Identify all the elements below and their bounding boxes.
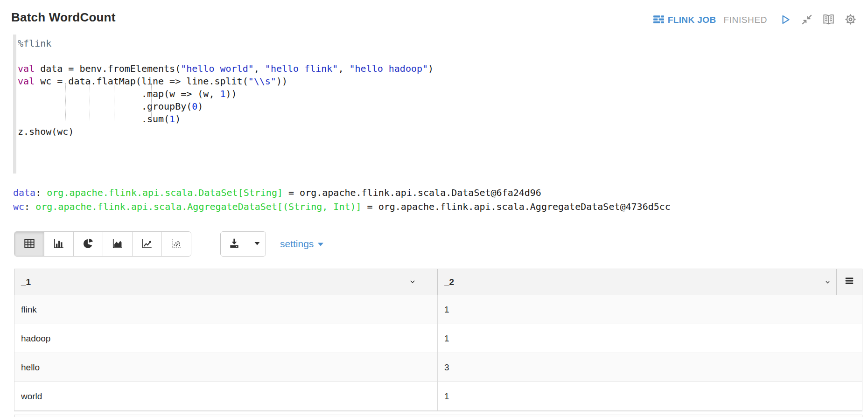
gear-icon [844,13,857,27]
table-cell: 3 [437,353,862,382]
table-cell: 1 [437,382,862,410]
viz-button-line-chart[interactable] [132,232,161,256]
flink-job-link[interactable]: FLINK JOB [653,14,716,27]
table-cell: hello [14,353,437,382]
code-block[interactable]: %flink val data = benv.fromElements("hel… [18,34,859,138]
indent-guide [151,83,152,120]
code-line: .sum(1) [18,113,859,125]
paragraph-settings-button[interactable] [843,13,858,27]
column-header-1[interactable]: _1 [14,269,437,295]
viz-button-table[interactable] [14,232,44,256]
repl-output-line: wc: org.apache.flink.api.scala.Aggregate… [13,200,859,214]
caret-down-icon [254,241,260,248]
table-cell: 1 [437,295,862,324]
indent-guide [114,83,114,120]
code-line: z.show(wc) [18,125,859,138]
column-header-label: _1 [21,277,31,287]
caret-down-icon [317,238,324,250]
table-row: flink1 [14,295,862,324]
settings-toggle[interactable]: settings [280,238,324,250]
show-editor-button[interactable] [821,13,836,27]
status-badge: FINISHED [724,15,767,25]
indent-guide [90,83,90,120]
compress-icon [801,14,813,27]
viz-button-area-chart[interactable] [103,232,132,256]
code-line: .groupBy(0) [18,100,859,113]
collapse-button[interactable] [800,14,814,27]
code-line: val wc = data.flatMap(line => line.split… [18,75,859,88]
viz-button-pie-chart[interactable] [73,232,103,256]
line-chart-icon [140,237,154,251]
bar-chart-icon [52,237,65,251]
table-header-row: _1 _2 [14,269,862,295]
result-table: _1 _2 [14,269,862,411]
table-cell: flink [14,295,437,324]
code-line: val data = benv.fromElements("hello worl… [18,63,859,75]
code-line: %flink [18,37,859,50]
indent-guide [65,83,66,120]
hamburger-icon [844,276,855,288]
table-icon [23,237,36,251]
editor-gutter [13,35,16,174]
flink-job-icon [653,14,665,27]
paragraph-header: Batch WordCount FLINK JOB FINISHED [0,0,868,29]
repl-output-line: data: org.apache.flink.api.scala.DataSet… [13,186,859,200]
chevron-down-icon[interactable] [409,277,416,287]
chevron-down-icon[interactable] [825,277,831,287]
page-title: Batch WordCount [11,10,116,25]
table-cell: 1 [437,324,862,353]
settings-label: settings [280,238,314,250]
column-header-2[interactable]: _2 [437,269,836,295]
table-cell: world [14,382,437,410]
area-chart-icon [111,237,124,251]
table-row: world1 [14,382,862,411]
code-line: .map(w => (w, 1)) [18,88,859,100]
table-row: hadoop1 [14,324,862,353]
download-icon [228,237,240,251]
scatter-chart-icon [170,237,183,251]
download-group [220,231,266,257]
paragraph-controls: FLINK JOB FINISHED [653,10,858,27]
column-header-label: _2 [444,277,454,287]
table-menu-button[interactable] [836,269,862,295]
viz-toolbar: settings [14,231,859,257]
download-caret-button[interactable] [248,232,266,256]
flink-job-label: FLINK JOB [668,15,716,25]
next-section-edge [14,415,862,417]
play-icon [779,14,791,27]
viz-button-bar-chart[interactable] [44,232,73,256]
code-editor[interactable]: %flink val data = benv.fromElements("hel… [13,34,859,174]
code-line [18,50,859,63]
book-icon [822,13,835,27]
pie-chart-icon [82,237,95,251]
download-button[interactable] [221,232,248,256]
run-button[interactable] [778,14,792,27]
repl-output: data: org.apache.flink.api.scala.DataSet… [13,186,859,214]
viz-switcher [14,231,191,257]
table-cell: hadoop [14,324,437,353]
table-row: hello3 [14,353,862,382]
viz-button-scatter-chart[interactable] [161,232,191,256]
table-body: flink1hadoop1hello3world1 [14,295,862,411]
